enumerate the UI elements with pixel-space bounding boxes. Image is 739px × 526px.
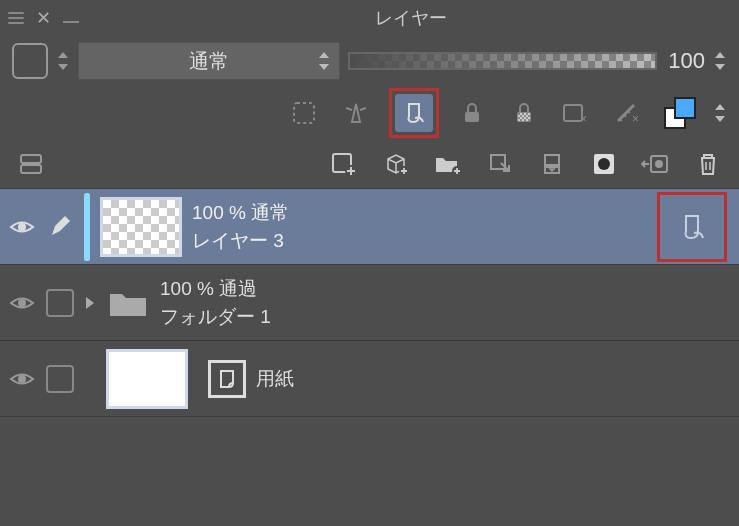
reference-layer-highlight <box>389 88 439 138</box>
layer-name: レイヤー 3 <box>192 228 647 254</box>
svg-text:×: × <box>580 112 587 125</box>
layer-thumbnail[interactable] <box>100 197 182 257</box>
color-stepper[interactable] <box>713 102 727 124</box>
minimize-icon[interactable] <box>63 21 79 23</box>
blend-stepper[interactable] <box>317 50 331 72</box>
reference-badge-highlight <box>657 192 727 262</box>
new-3d-layer-icon[interactable] <box>377 145 415 183</box>
svg-point-24 <box>18 375 26 383</box>
mask-off-icon[interactable]: × <box>557 94 595 132</box>
layer-list: 100 % 通常 レイヤー 3 100 % 通過 フォルダー 1 用紙 <box>0 188 739 417</box>
blend-mode-dropdown[interactable]: 通常 <box>78 42 340 80</box>
opacity-stepper[interactable] <box>713 50 727 72</box>
svg-point-23 <box>18 299 26 307</box>
apply-mask-icon[interactable] <box>637 145 675 183</box>
svg-rect-1 <box>465 112 479 122</box>
dotted-frame-icon[interactable] <box>285 94 323 132</box>
opacity-slider[interactable] <box>348 52 657 70</box>
layer-item-selected[interactable]: 100 % 通常 レイヤー 3 <box>0 189 739 265</box>
blend-mode-label: 通常 <box>189 48 229 75</box>
shape-stepper[interactable] <box>56 50 70 72</box>
selection-bar <box>84 193 90 261</box>
svg-rect-15 <box>491 155 505 169</box>
select-checkbox[interactable] <box>46 289 74 317</box>
visibility-icon[interactable] <box>8 218 36 236</box>
visibility-icon[interactable] <box>8 294 36 312</box>
layer-name: 用紙 <box>256 366 731 392</box>
svg-rect-3 <box>518 113 530 121</box>
lock-transparency-icon[interactable] <box>505 94 543 132</box>
transfer-down-icon[interactable] <box>481 145 519 183</box>
layer-item-paper[interactable]: 用紙 <box>0 341 739 417</box>
layer-item-folder[interactable]: 100 % 通過 フォルダー 1 <box>0 265 739 341</box>
svg-rect-0 <box>294 103 314 123</box>
paper-icon <box>208 360 246 398</box>
edit-indicator-icon[interactable] <box>46 213 74 241</box>
trash-icon[interactable] <box>689 145 727 183</box>
layer-opacity-label: 100 % 通過 <box>160 276 731 302</box>
menu-icon[interactable] <box>8 12 24 24</box>
svg-point-22 <box>18 223 26 231</box>
visibility-icon[interactable] <box>8 370 36 388</box>
panel-title: レイヤー <box>91 6 731 30</box>
layer-shape-button[interactable] <box>12 43 48 79</box>
svg-rect-16 <box>545 155 559 165</box>
layer-color-icon[interactable] <box>661 94 699 132</box>
close-icon[interactable]: ✕ <box>36 7 51 29</box>
opacity-value: 100 <box>665 48 705 74</box>
svg-rect-9 <box>21 155 41 163</box>
lighthouse-icon[interactable] <box>337 94 375 132</box>
layer-name: フォルダー 1 <box>160 304 731 330</box>
new-layer-icon[interactable] <box>325 145 363 183</box>
reference-badge-icon <box>663 198 721 256</box>
panel-view-icon[interactable] <box>12 145 50 183</box>
svg-point-19 <box>598 158 610 170</box>
expand-icon[interactable] <box>84 295 96 311</box>
folder-icon <box>106 285 150 321</box>
reference-layer-icon[interactable] <box>395 94 433 132</box>
ruler-off-icon[interactable]: × <box>609 94 647 132</box>
layer-thumbnail[interactable] <box>106 349 188 409</box>
svg-text:×: × <box>632 112 639 125</box>
layer-opacity-label: 100 % 通常 <box>192 200 647 226</box>
select-checkbox[interactable] <box>46 365 74 393</box>
merge-down-icon[interactable] <box>533 145 571 183</box>
svg-point-21 <box>655 160 663 168</box>
lock-icon[interactable] <box>453 94 491 132</box>
new-folder-icon[interactable] <box>429 145 467 183</box>
svg-rect-10 <box>21 165 41 173</box>
mask-icon[interactable] <box>585 145 623 183</box>
